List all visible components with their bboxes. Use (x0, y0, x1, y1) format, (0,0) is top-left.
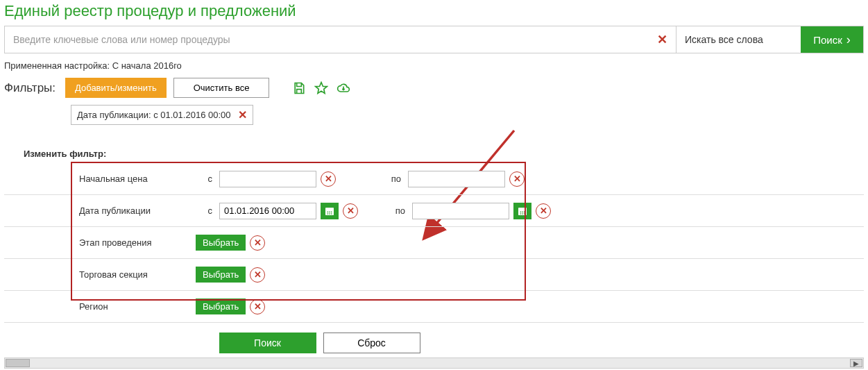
region-select-button[interactable]: Выбрать (196, 298, 246, 314)
search-button-label: Поиск (813, 34, 842, 46)
pub-date-to-input[interactable] (412, 203, 509, 219)
svg-point-8 (331, 213, 332, 215)
filter-reset-button[interactable]: Сброс (323, 333, 420, 353)
filter-search-button[interactable]: Поиск (219, 333, 316, 353)
clear-all-filters-button[interactable]: Очистить все (173, 78, 270, 98)
applied-settings-text: Примененная настройка: С начала 2016го (4, 60, 864, 71)
svg-rect-2 (325, 208, 334, 210)
to-label: по (384, 174, 401, 184)
stage-label: Этап проведения (71, 237, 196, 248)
start-price-to-input[interactable] (408, 171, 505, 187)
filter-row-pub-date: Дата публикации с ✕ по ✕ (4, 195, 864, 227)
start-price-label: Начальная цена (71, 174, 196, 184)
filter-chip-remove-icon[interactable]: ✕ (238, 108, 247, 121)
filter-row-start-price: Начальная цена с ✕ по ✕ (4, 163, 864, 195)
star-icon[interactable] (314, 81, 329, 96)
svg-point-16 (524, 213, 525, 215)
to-label: по (389, 205, 405, 216)
page-title: Единый реестр процедур и предложений (4, 2, 864, 20)
scrollbar-thumb[interactable] (6, 359, 30, 367)
change-filter-heading: Изменить фильтр: (24, 149, 864, 159)
svg-point-5 (331, 211, 332, 212)
filter-chip-text: Дата публикации: с 01.01.2016 00:00 (77, 110, 231, 120)
save-icon[interactable] (291, 81, 307, 96)
pub-date-from-input[interactable] (219, 203, 316, 219)
clear-start-price-to-icon[interactable]: ✕ (509, 171, 525, 187)
search-mode-dropdown[interactable]: Искать все слова (676, 26, 801, 53)
calendar-from-icon[interactable] (321, 203, 339, 219)
trade-section-select-button[interactable]: Выбрать (196, 267, 246, 283)
filters-toolbar: Фильтры: Добавить/изменить Очистить все (4, 78, 864, 98)
calendar-to-icon[interactable] (513, 203, 531, 219)
svg-point-15 (522, 213, 523, 215)
horizontal-scrollbar[interactable]: ▶ (4, 358, 864, 369)
chevron-right-icon: › (846, 33, 851, 46)
svg-point-11 (520, 211, 521, 212)
from-label: с (196, 205, 212, 216)
pub-date-label: Дата публикации (71, 205, 196, 216)
search-button[interactable]: Поиск › (801, 26, 863, 53)
clear-stage-icon[interactable]: ✕ (250, 235, 265, 251)
from-label: с (196, 174, 212, 184)
svg-point-6 (327, 213, 328, 215)
svg-point-12 (522, 211, 523, 212)
filter-row-trade-section: Торговая секция Выбрать ✕ (4, 259, 864, 291)
clear-pub-date-to-icon[interactable]: ✕ (536, 203, 551, 219)
active-filter-chip: Дата публикации: с 01.01.2016 00:00 ✕ (71, 105, 253, 125)
svg-point-7 (329, 213, 330, 215)
scrollbar-right-arrow-icon[interactable]: ▶ (850, 359, 862, 367)
stage-select-button[interactable]: Выбрать (196, 235, 246, 251)
svg-point-3 (327, 211, 328, 212)
filter-row-region: Регион Выбрать ✕ (4, 291, 864, 323)
clear-trade-section-icon[interactable]: ✕ (250, 267, 265, 283)
svg-point-4 (329, 211, 330, 212)
cloud-download-icon[interactable] (336, 81, 351, 96)
filter-row-stage: Этап проведения Выбрать ✕ (4, 227, 864, 259)
search-input[interactable] (5, 26, 648, 53)
svg-point-13 (524, 211, 525, 212)
filters-label: Фильтры: (4, 81, 56, 95)
search-clear-icon[interactable]: ✕ (648, 26, 676, 53)
add-edit-filters-button[interactable]: Добавить/изменить (65, 78, 167, 98)
trade-section-label: Торговая секция (71, 269, 196, 280)
clear-region-icon[interactable]: ✕ (250, 299, 265, 314)
svg-rect-10 (518, 208, 527, 210)
bottom-button-bar: Поиск Сброс (4, 333, 864, 353)
clear-start-price-from-icon[interactable]: ✕ (321, 171, 336, 187)
region-label: Регион (71, 301, 196, 312)
start-price-from-input[interactable] (219, 171, 316, 187)
svg-point-14 (520, 213, 521, 215)
clear-pub-date-from-icon[interactable]: ✕ (343, 203, 358, 219)
search-bar: ✕ Искать все слова Поиск › (4, 26, 864, 53)
